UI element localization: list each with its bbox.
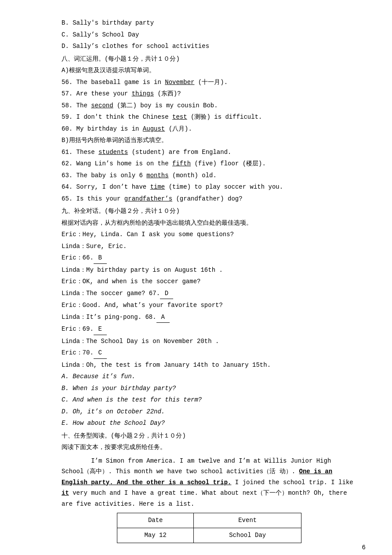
answer-65: grandfather’s bbox=[124, 195, 172, 202]
option-b-italic: B. When is your birthday party? bbox=[62, 383, 357, 394]
question-59: 59. I don't think the Chinese test (测验) … bbox=[62, 112, 357, 123]
para-bold-underline: One is an English party. And the other i… bbox=[62, 468, 332, 486]
option-c: C. Sally’s School Day bbox=[62, 29, 357, 40]
section-8-header: 八、词汇运用。(每小题１分，共计１０分) bbox=[62, 54, 357, 65]
answer-58: second bbox=[91, 102, 113, 109]
blank-69: E bbox=[94, 324, 107, 335]
para-it-underline: it bbox=[62, 489, 69, 497]
question-56: 56. The baseball game is in November (十一… bbox=[62, 77, 357, 88]
answer-59: test bbox=[172, 113, 187, 120]
table-cell-event: School Day bbox=[194, 528, 301, 543]
linda-line-6: Linda：Oh, the test is from January 14th … bbox=[62, 360, 357, 371]
table-header-date: Date bbox=[117, 513, 194, 528]
question-60: 60. My birthday is in August (八月). bbox=[62, 124, 357, 135]
blank-68: A bbox=[156, 312, 170, 323]
option-b: B. Sally's birthday party bbox=[62, 18, 357, 29]
page-content: B. Sally's birthday party C. Sally’s Sch… bbox=[62, 18, 357, 543]
linda-line-2: Linda：My birthday party is on August 16t… bbox=[62, 265, 357, 276]
activities-table: Date Event May 12 School Day bbox=[117, 513, 301, 543]
answer-56: November bbox=[165, 79, 194, 86]
eric-line-1: Eric：Hey, Linda. Can I ask you some ques… bbox=[62, 229, 357, 240]
section-9-instruction: 根据对话内容，从方框内所给的选项中选出能填入空白处的最佳选项。 bbox=[62, 218, 357, 229]
question-62: 62. Wang Lin’s home is on the fifth (fiv… bbox=[62, 158, 357, 169]
table-header-event: Event bbox=[194, 513, 301, 528]
blank-67: D bbox=[160, 288, 173, 299]
eric-line-6: Eric：70. C bbox=[62, 347, 357, 359]
answer-57: things bbox=[132, 90, 154, 97]
eric-line-5: Eric：69. E bbox=[62, 324, 357, 335]
linda-line-5: Linda：The School Day is on November 20th… bbox=[62, 336, 357, 347]
question-64: 64. Sorry, I don’t have time (time) to p… bbox=[62, 182, 357, 193]
answer-60: August bbox=[143, 125, 165, 132]
blank-70: C bbox=[94, 347, 107, 359]
section-10-header: 十、任务型阅读。(每小题２分，共计１０分) bbox=[62, 431, 357, 442]
answer-64: time bbox=[150, 183, 165, 190]
section-b-instruction: B)用括号内所给单词的适当形式填空。 bbox=[62, 135, 357, 146]
blank-66: B bbox=[94, 252, 107, 264]
option-e-italic: E. How about the School Day? bbox=[62, 418, 357, 429]
question-57: 57. Are these your things (东西)? bbox=[62, 88, 357, 99]
option-d: D. Sally’s clothes for school activities bbox=[62, 41, 357, 52]
eric-line-3: Eric：OK, and when is the soccer game? bbox=[62, 276, 357, 287]
question-61: 61. These students (student) are from En… bbox=[62, 147, 357, 158]
reading-paragraph: I’m Simon from America. I am twelve and … bbox=[62, 456, 357, 510]
option-a-italic: A. Because it’s fun. bbox=[62, 371, 357, 382]
table-cell-date: May 12 bbox=[117, 528, 194, 543]
question-58: 58. The second (第二) boy is my cousin Bob… bbox=[62, 100, 357, 111]
section-9-header: 九、补全对话。(每小题２分，共计１０分) bbox=[62, 206, 357, 217]
question-65: 65. Is this your grandfather’s (grandfat… bbox=[62, 194, 357, 204]
option-c-italic: C. And when is the test for this term? bbox=[62, 394, 357, 405]
eric-line-4: Eric：Good. And, what’s your favorite spo… bbox=[62, 300, 357, 311]
para-text-1: I’m Simon from America. I am twelve and … bbox=[62, 457, 353, 508]
table-row: May 12 School Day bbox=[117, 528, 301, 543]
eric-line-2: Eric：66. B bbox=[62, 252, 357, 264]
answer-61: students bbox=[98, 149, 128, 156]
linda-line-1: Linda：Sure, Eric. bbox=[62, 241, 357, 252]
page-number: 6 bbox=[362, 544, 366, 551]
section-a-instruction: A)根据句意及汉语提示填写单词。 bbox=[62, 65, 357, 76]
answer-63: months bbox=[146, 172, 168, 179]
answer-62: fifth bbox=[172, 160, 191, 167]
linda-line-3: Linda：The soccer game? 67. D bbox=[62, 288, 357, 299]
section-10-instruction: 阅读下面文本，按要求完成所给任务。 bbox=[62, 442, 357, 453]
linda-line-4: Linda：It’s ping-pong. 68. A bbox=[62, 312, 357, 323]
question-63: 63. The baby is only 6 months (month) ol… bbox=[62, 170, 357, 181]
option-d-italic: D. Oh, it’s on October 22nd. bbox=[62, 406, 357, 417]
